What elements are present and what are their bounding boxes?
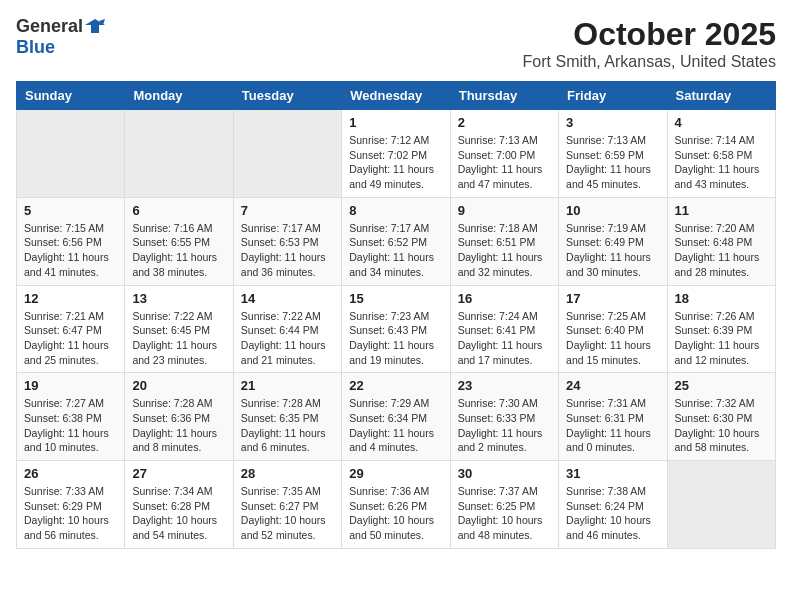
table-row: 19Sunrise: 7:27 AM Sunset: 6:38 PM Dayli… bbox=[17, 373, 125, 461]
header-monday: Monday bbox=[125, 82, 233, 110]
table-row: 29Sunrise: 7:36 AM Sunset: 6:26 PM Dayli… bbox=[342, 461, 450, 549]
table-row: 26Sunrise: 7:33 AM Sunset: 6:29 PM Dayli… bbox=[17, 461, 125, 549]
table-row: 21Sunrise: 7:28 AM Sunset: 6:35 PM Dayli… bbox=[233, 373, 341, 461]
logo-general-text: General bbox=[16, 16, 83, 37]
table-row: 2Sunrise: 7:13 AM Sunset: 7:00 PM Daylig… bbox=[450, 110, 558, 198]
logo-blue-text: Blue bbox=[16, 37, 55, 57]
day-info: Sunrise: 7:22 AM Sunset: 6:44 PM Dayligh… bbox=[241, 309, 334, 368]
day-info: Sunrise: 7:12 AM Sunset: 7:02 PM Dayligh… bbox=[349, 133, 442, 192]
header-tuesday: Tuesday bbox=[233, 82, 341, 110]
table-row: 22Sunrise: 7:29 AM Sunset: 6:34 PM Dayli… bbox=[342, 373, 450, 461]
table-row bbox=[233, 110, 341, 198]
day-info: Sunrise: 7:23 AM Sunset: 6:43 PM Dayligh… bbox=[349, 309, 442, 368]
header-wednesday: Wednesday bbox=[342, 82, 450, 110]
table-row: 13Sunrise: 7:22 AM Sunset: 6:45 PM Dayli… bbox=[125, 285, 233, 373]
header-thursday: Thursday bbox=[450, 82, 558, 110]
day-info: Sunrise: 7:36 AM Sunset: 6:26 PM Dayligh… bbox=[349, 484, 442, 543]
table-row bbox=[125, 110, 233, 198]
day-info: Sunrise: 7:17 AM Sunset: 6:52 PM Dayligh… bbox=[349, 221, 442, 280]
day-info: Sunrise: 7:38 AM Sunset: 6:24 PM Dayligh… bbox=[566, 484, 659, 543]
day-number: 1 bbox=[349, 115, 442, 130]
title-block: October 2025 Fort Smith, Arkansas, Unite… bbox=[523, 16, 776, 71]
page-header: General Blue October 2025 Fort Smith, Ar… bbox=[16, 16, 776, 71]
day-info: Sunrise: 7:32 AM Sunset: 6:30 PM Dayligh… bbox=[675, 396, 768, 455]
day-number: 17 bbox=[566, 291, 659, 306]
day-number: 3 bbox=[566, 115, 659, 130]
day-number: 16 bbox=[458, 291, 551, 306]
table-row: 27Sunrise: 7:34 AM Sunset: 6:28 PM Dayli… bbox=[125, 461, 233, 549]
table-row: 10Sunrise: 7:19 AM Sunset: 6:49 PM Dayli… bbox=[559, 197, 667, 285]
day-info: Sunrise: 7:20 AM Sunset: 6:48 PM Dayligh… bbox=[675, 221, 768, 280]
day-info: Sunrise: 7:26 AM Sunset: 6:39 PM Dayligh… bbox=[675, 309, 768, 368]
day-info: Sunrise: 7:27 AM Sunset: 6:38 PM Dayligh… bbox=[24, 396, 117, 455]
day-number: 6 bbox=[132, 203, 225, 218]
day-number: 25 bbox=[675, 378, 768, 393]
day-number: 12 bbox=[24, 291, 117, 306]
day-number: 30 bbox=[458, 466, 551, 481]
day-number: 21 bbox=[241, 378, 334, 393]
day-number: 19 bbox=[24, 378, 117, 393]
day-info: Sunrise: 7:34 AM Sunset: 6:28 PM Dayligh… bbox=[132, 484, 225, 543]
day-number: 24 bbox=[566, 378, 659, 393]
calendar-week-row: 19Sunrise: 7:27 AM Sunset: 6:38 PM Dayli… bbox=[17, 373, 776, 461]
table-row: 8Sunrise: 7:17 AM Sunset: 6:52 PM Daylig… bbox=[342, 197, 450, 285]
day-info: Sunrise: 7:29 AM Sunset: 6:34 PM Dayligh… bbox=[349, 396, 442, 455]
table-row: 15Sunrise: 7:23 AM Sunset: 6:43 PM Dayli… bbox=[342, 285, 450, 373]
calendar-week-row: 12Sunrise: 7:21 AM Sunset: 6:47 PM Dayli… bbox=[17, 285, 776, 373]
day-number: 31 bbox=[566, 466, 659, 481]
header-friday: Friday bbox=[559, 82, 667, 110]
day-info: Sunrise: 7:22 AM Sunset: 6:45 PM Dayligh… bbox=[132, 309, 225, 368]
day-info: Sunrise: 7:31 AM Sunset: 6:31 PM Dayligh… bbox=[566, 396, 659, 455]
day-number: 5 bbox=[24, 203, 117, 218]
day-number: 9 bbox=[458, 203, 551, 218]
table-row: 25Sunrise: 7:32 AM Sunset: 6:30 PM Dayli… bbox=[667, 373, 775, 461]
table-row: 23Sunrise: 7:30 AM Sunset: 6:33 PM Dayli… bbox=[450, 373, 558, 461]
day-info: Sunrise: 7:14 AM Sunset: 6:58 PM Dayligh… bbox=[675, 133, 768, 192]
day-number: 29 bbox=[349, 466, 442, 481]
header-saturday: Saturday bbox=[667, 82, 775, 110]
day-info: Sunrise: 7:13 AM Sunset: 7:00 PM Dayligh… bbox=[458, 133, 551, 192]
table-row bbox=[17, 110, 125, 198]
calendar-week-row: 1Sunrise: 7:12 AM Sunset: 7:02 PM Daylig… bbox=[17, 110, 776, 198]
table-row: 11Sunrise: 7:20 AM Sunset: 6:48 PM Dayli… bbox=[667, 197, 775, 285]
day-number: 28 bbox=[241, 466, 334, 481]
table-row: 20Sunrise: 7:28 AM Sunset: 6:36 PM Dayli… bbox=[125, 373, 233, 461]
day-number: 11 bbox=[675, 203, 768, 218]
table-row: 12Sunrise: 7:21 AM Sunset: 6:47 PM Dayli… bbox=[17, 285, 125, 373]
day-info: Sunrise: 7:17 AM Sunset: 6:53 PM Dayligh… bbox=[241, 221, 334, 280]
day-number: 20 bbox=[132, 378, 225, 393]
day-number: 8 bbox=[349, 203, 442, 218]
logo: General Blue bbox=[16, 16, 105, 58]
table-row: 3Sunrise: 7:13 AM Sunset: 6:59 PM Daylig… bbox=[559, 110, 667, 198]
logo-bird-icon bbox=[85, 17, 105, 35]
day-info: Sunrise: 7:15 AM Sunset: 6:56 PM Dayligh… bbox=[24, 221, 117, 280]
day-info: Sunrise: 7:35 AM Sunset: 6:27 PM Dayligh… bbox=[241, 484, 334, 543]
calendar-table: Sunday Monday Tuesday Wednesday Thursday… bbox=[16, 81, 776, 549]
day-info: Sunrise: 7:30 AM Sunset: 6:33 PM Dayligh… bbox=[458, 396, 551, 455]
table-row: 14Sunrise: 7:22 AM Sunset: 6:44 PM Dayli… bbox=[233, 285, 341, 373]
day-info: Sunrise: 7:19 AM Sunset: 6:49 PM Dayligh… bbox=[566, 221, 659, 280]
day-info: Sunrise: 7:21 AM Sunset: 6:47 PM Dayligh… bbox=[24, 309, 117, 368]
header-sunday: Sunday bbox=[17, 82, 125, 110]
calendar-week-row: 5Sunrise: 7:15 AM Sunset: 6:56 PM Daylig… bbox=[17, 197, 776, 285]
day-info: Sunrise: 7:28 AM Sunset: 6:36 PM Dayligh… bbox=[132, 396, 225, 455]
table-row: 24Sunrise: 7:31 AM Sunset: 6:31 PM Dayli… bbox=[559, 373, 667, 461]
day-number: 7 bbox=[241, 203, 334, 218]
day-info: Sunrise: 7:25 AM Sunset: 6:40 PM Dayligh… bbox=[566, 309, 659, 368]
table-row: 18Sunrise: 7:26 AM Sunset: 6:39 PM Dayli… bbox=[667, 285, 775, 373]
day-number: 18 bbox=[675, 291, 768, 306]
table-row: 31Sunrise: 7:38 AM Sunset: 6:24 PM Dayli… bbox=[559, 461, 667, 549]
day-info: Sunrise: 7:37 AM Sunset: 6:25 PM Dayligh… bbox=[458, 484, 551, 543]
day-number: 27 bbox=[132, 466, 225, 481]
day-number: 4 bbox=[675, 115, 768, 130]
day-info: Sunrise: 7:13 AM Sunset: 6:59 PM Dayligh… bbox=[566, 133, 659, 192]
month-title: October 2025 bbox=[523, 16, 776, 53]
day-info: Sunrise: 7:28 AM Sunset: 6:35 PM Dayligh… bbox=[241, 396, 334, 455]
table-row: 28Sunrise: 7:35 AM Sunset: 6:27 PM Dayli… bbox=[233, 461, 341, 549]
day-number: 13 bbox=[132, 291, 225, 306]
table-row: 7Sunrise: 7:17 AM Sunset: 6:53 PM Daylig… bbox=[233, 197, 341, 285]
day-number: 23 bbox=[458, 378, 551, 393]
table-row: 4Sunrise: 7:14 AM Sunset: 6:58 PM Daylig… bbox=[667, 110, 775, 198]
table-row: 16Sunrise: 7:24 AM Sunset: 6:41 PM Dayli… bbox=[450, 285, 558, 373]
day-number: 15 bbox=[349, 291, 442, 306]
